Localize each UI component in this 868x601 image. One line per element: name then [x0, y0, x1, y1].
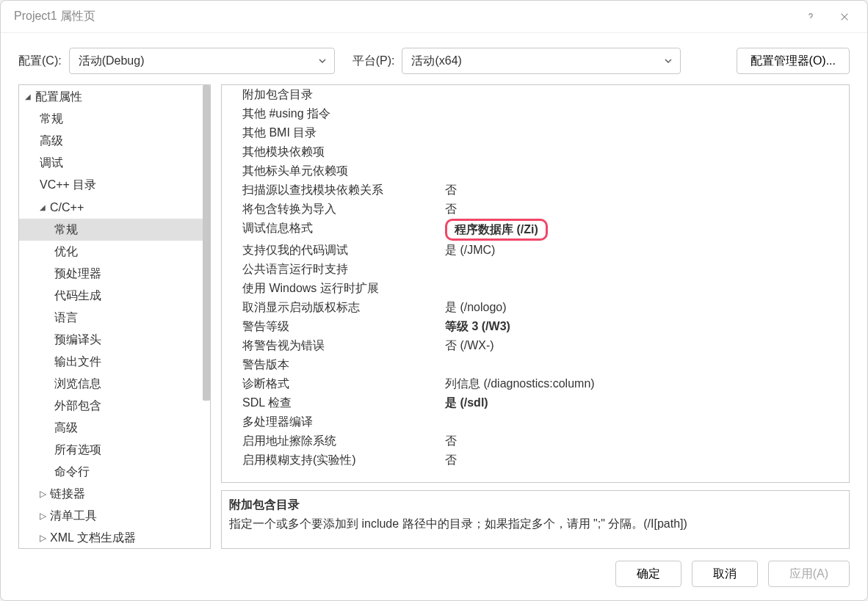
configuration-dropdown[interactable]: 活动(Debug): [69, 48, 335, 74]
chevron-down-icon: [318, 55, 327, 68]
property-value[interactable]: 等级 3 (/W3): [442, 317, 849, 336]
property-row[interactable]: 警告版本: [222, 355, 849, 374]
caret-down-icon: [25, 87, 34, 106]
property-value[interactable]: [442, 85, 849, 104]
tree-item-3[interactable]: VC++ 目录: [19, 174, 210, 196]
property-row[interactable]: 其他标头单元依赖项: [222, 161, 849, 181]
tree-item-label: 高级: [54, 418, 78, 437]
main-area: 配置属性常规高级调试VC++ 目录C/C++常规优化预处理器代码生成语言预编译头…: [1, 84, 867, 553]
tree-item-label: 预编译头: [54, 330, 101, 349]
titlebar: Project1 属性页: [1, 1, 867, 33]
property-value[interactable]: [442, 123, 849, 142]
property-row[interactable]: SDL 检查是 (/sdl): [222, 393, 849, 412]
tree-item-label: 常规: [40, 109, 63, 128]
caret-right-icon: [40, 506, 48, 525]
property-value[interactable]: 否 (/WX-): [442, 336, 849, 355]
property-value[interactable]: 否: [442, 200, 849, 219]
property-value[interactable]: 是 (/nologo): [442, 298, 849, 317]
tree-item-cpp[interactable]: C/C++: [19, 196, 210, 219]
property-row[interactable]: 警告等级等级 3 (/W3): [222, 317, 849, 336]
property-row[interactable]: 将包含转换为导入否: [222, 200, 849, 219]
tree-cpp-item-5[interactable]: 预编译头: [19, 329, 210, 351]
tree-cpp-item-9[interactable]: 高级: [19, 417, 210, 439]
ok-button[interactable]: 确定: [615, 561, 681, 587]
tree-cpp-item-2[interactable]: 预处理器: [19, 263, 210, 285]
tree-scrollbar[interactable]: [203, 85, 210, 401]
tree-cpp-item-3[interactable]: 代码生成: [19, 285, 210, 307]
tree-item2-0[interactable]: 链接器: [19, 483, 210, 505]
property-row[interactable]: 公共语言运行时支持: [222, 260, 849, 279]
property-value[interactable]: 程序数据库 (/Zi): [442, 219, 849, 241]
property-row[interactable]: 启用模糊支持(实验性)否: [222, 451, 849, 470]
config-row: 配置(C): 活动(Debug) 平台(P): 活动(x64) 配置管理器(O)…: [1, 33, 867, 84]
tree-item-label: 语言: [54, 308, 78, 327]
property-row[interactable]: 支持仅我的代码调试是 (/JMC): [222, 241, 849, 260]
property-label: 扫描源以查找模块依赖关系: [222, 181, 442, 200]
property-value[interactable]: [442, 142, 849, 161]
tree-item-2[interactable]: 调试: [19, 152, 210, 174]
property-row[interactable]: 将警告视为错误否 (/WX-): [222, 336, 849, 355]
help-button[interactable]: [794, 2, 828, 32]
property-value[interactable]: 是 (/JMC): [442, 241, 849, 260]
property-row[interactable]: 使用 Windows 运行时扩展: [222, 279, 849, 298]
configuration-manager-button[interactable]: 配置管理器(O)...: [737, 48, 850, 74]
property-row[interactable]: 多处理器编译: [222, 412, 849, 431]
property-value[interactable]: 否: [442, 451, 849, 470]
description-title: 附加包含目录: [229, 495, 842, 514]
tree-item-0[interactable]: 常规: [19, 108, 210, 130]
caret-right-icon: [40, 528, 48, 547]
close-button[interactable]: [828, 2, 861, 32]
property-label: 警告等级: [222, 317, 442, 336]
property-label: SDL 检查: [222, 393, 442, 412]
tree-root-config-props[interactable]: 配置属性: [19, 85, 210, 108]
property-value[interactable]: [442, 161, 849, 181]
tree-item-label: VC++ 目录: [40, 175, 96, 194]
property-row[interactable]: 其他 #using 指令: [222, 104, 849, 123]
property-row[interactable]: 其他模块依赖项: [222, 142, 849, 161]
tree-item-1[interactable]: 高级: [19, 130, 210, 152]
property-row[interactable]: 扫描源以查找模块依赖关系否: [222, 181, 849, 200]
property-label: 将警告视为错误: [222, 336, 442, 355]
caret-down-icon: [40, 197, 48, 217]
tree-cpp-item-7[interactable]: 浏览信息: [19, 373, 210, 395]
chevron-down-icon: [664, 55, 673, 68]
cancel-button[interactable]: 取消: [692, 561, 758, 587]
property-row[interactable]: 附加包含目录: [222, 85, 849, 104]
tree-cpp-item-6[interactable]: 输出文件: [19, 351, 210, 373]
platform-label: 平台(P):: [352, 54, 395, 69]
tree-item-label: 常规: [54, 220, 78, 239]
property-label: 使用 Windows 运行时扩展: [222, 279, 442, 298]
property-value[interactable]: [442, 279, 849, 298]
tree-item-label: 清单工具: [50, 506, 97, 525]
property-value[interactable]: [442, 260, 849, 279]
tree-item2-1[interactable]: 清单工具: [19, 505, 210, 527]
property-label: 其他 BMI 目录: [222, 123, 442, 142]
tree-item-label: 配置属性: [35, 87, 82, 106]
apply-button[interactable]: 应用(A): [768, 561, 850, 587]
property-row[interactable]: 启用地址擦除系统否: [222, 431, 849, 451]
property-value[interactable]: [442, 104, 849, 123]
tree-item-label: 调试: [40, 153, 63, 172]
tree-cpp-item-4[interactable]: 语言: [19, 307, 210, 329]
property-label: 启用模糊支持(实验性): [222, 451, 442, 470]
tree-item2-2[interactable]: XML 文档生成器: [19, 527, 210, 549]
property-value[interactable]: [442, 355, 849, 374]
property-value[interactable]: [442, 412, 849, 431]
property-value[interactable]: 列信息 (/diagnostics:column): [442, 374, 849, 393]
description-text: 指定一个或多个要添加到 include 路径中的目录；如果指定多个，请用 ";"…: [229, 514, 842, 533]
tree-cpp-item-1[interactable]: 优化: [19, 241, 210, 263]
property-row[interactable]: 取消显示启动版权标志是 (/nologo): [222, 298, 849, 317]
tree-cpp-item-8[interactable]: 外部包含: [19, 395, 210, 417]
property-value[interactable]: 否: [442, 431, 849, 451]
property-row[interactable]: 诊断格式列信息 (/diagnostics:column): [222, 374, 849, 393]
tree-item-label: 外部包含: [54, 396, 101, 415]
property-row[interactable]: 其他 BMI 目录: [222, 123, 849, 142]
tree-cpp-item-11[interactable]: 命令行: [19, 461, 210, 483]
property-row[interactable]: 调试信息格式程序数据库 (/Zi): [222, 219, 849, 241]
property-value[interactable]: 否: [442, 181, 849, 200]
property-grid: 附加包含目录其他 #using 指令其他 BMI 目录其他模块依赖项其他标头单元…: [221, 84, 850, 483]
platform-dropdown[interactable]: 活动(x64): [402, 48, 681, 74]
tree-cpp-item-10[interactable]: 所有选项: [19, 439, 210, 461]
tree-cpp-item-0[interactable]: 常规: [19, 219, 210, 241]
property-value[interactable]: 是 (/sdl): [442, 393, 849, 412]
